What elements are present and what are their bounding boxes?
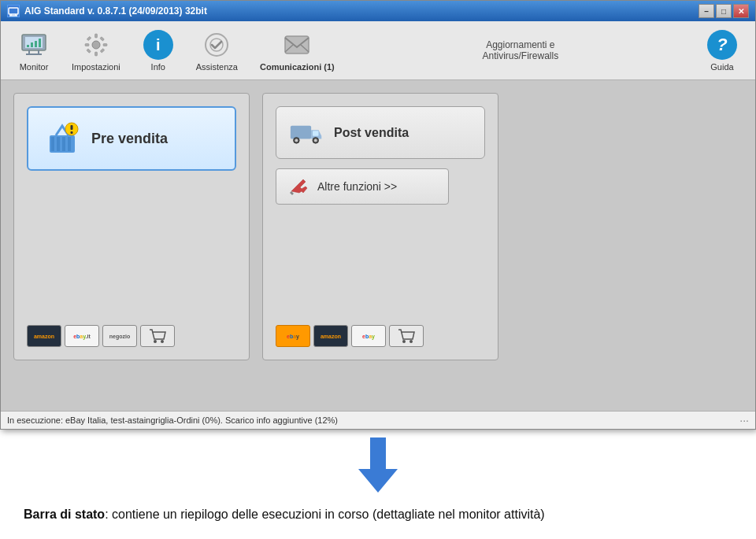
description-rest: : contiene un riepilogo delle esecuzioni… xyxy=(105,508,545,521)
svg-point-44 xyxy=(410,340,413,343)
right-panel-spacer xyxy=(276,214,485,316)
toolbar-monitor-label: Monitor xyxy=(20,62,49,72)
altre-funzioni-label: Altre funzioni >> xyxy=(317,180,397,193)
left-panel: Pre vendita amazon ebay.it negozio xyxy=(13,93,250,360)
svg-point-42 xyxy=(314,138,317,142)
pre-vendita-label: Pre vendita xyxy=(91,131,168,147)
title-bar-left: AIG Standard v. 0.8.7.1 (24/09/2013) 32b… xyxy=(7,5,207,17)
pre-vendita-icon xyxy=(43,119,82,158)
main-content: Pre vendita amazon ebay.it negozio xyxy=(1,80,755,411)
arrow-section xyxy=(0,430,756,493)
altre-funzioni-icon xyxy=(287,175,309,198)
maximize-button[interactable]: □ xyxy=(716,4,732,18)
down-arrow-icon xyxy=(354,437,402,493)
panels-row: Pre vendita amazon ebay.it negozio xyxy=(13,93,743,360)
marketplace-ebay-active[interactable]: ebay xyxy=(276,325,310,347)
marketplace-amazon1[interactable]: amazon xyxy=(27,325,61,347)
toolbar-info-label: Info xyxy=(151,62,165,72)
comm-icon xyxy=(281,29,313,61)
left-panel-marketplace-icons: amazon ebay.it negozio xyxy=(27,325,236,347)
toolbar-monitor[interactable]: Monitor xyxy=(9,26,59,75)
svg-rect-31 xyxy=(68,137,71,151)
svg-point-40 xyxy=(295,138,298,142)
main-window: AIG Standard v. 0.8.7.1 (24/09/2013) 32b… xyxy=(0,0,756,430)
toolbar-help[interactable]: ? Guida xyxy=(697,26,747,75)
svg-point-13 xyxy=(92,41,100,49)
app-icon xyxy=(7,5,20,17)
altre-funzioni-button[interactable]: Altre funzioni >> xyxy=(276,168,449,205)
toolbar-impostazioni-label: Impostazioni xyxy=(72,62,120,72)
minimize-button[interactable]: – xyxy=(699,4,714,18)
svg-rect-18 xyxy=(87,36,91,41)
svg-rect-24 xyxy=(285,36,309,54)
svg-rect-29 xyxy=(57,137,60,151)
svg-rect-33 xyxy=(71,125,73,130)
description-section: Barra di stato: contiene un riepilogo de… xyxy=(0,493,756,537)
toolbar-assistenza[interactable]: Assistenza xyxy=(187,26,247,75)
right-panel-marketplace-icons: ebay amazon ebay xyxy=(276,325,485,347)
toolbar-help-label: Guida xyxy=(710,62,733,72)
window-title: AIG Standard v. 0.8.7.1 (24/09/2013) 32b… xyxy=(24,6,207,17)
svg-rect-30 xyxy=(62,137,65,151)
status-text: In esecuzione: eBay Italia, test-astaing… xyxy=(7,415,338,425)
marketplace-amazon2[interactable]: amazon xyxy=(313,325,348,347)
toolbar-center-text: Aggiornamenti e Antivirus/Firewalls xyxy=(464,39,577,61)
svg-rect-38 xyxy=(313,131,319,136)
marketplace-generic[interactable]: negozio xyxy=(102,325,137,347)
toolbar: Monitor I xyxy=(1,21,755,80)
post-vendita-icon xyxy=(289,115,324,150)
svg-rect-28 xyxy=(51,137,54,151)
marketplace-ebay-red[interactable]: ebay xyxy=(351,325,386,347)
toolbar-comunicazioni-label: Comunicazioni (1) xyxy=(260,62,335,72)
post-vendita-label: Post vendita xyxy=(334,126,409,140)
svg-rect-20 xyxy=(87,49,91,54)
svg-rect-37 xyxy=(291,125,311,138)
toolbar-impostazioni[interactable]: Impostazioni xyxy=(62,26,130,75)
svg-point-36 xyxy=(161,340,164,343)
svg-rect-16 xyxy=(85,44,89,46)
pre-vendita-button[interactable]: Pre vendita xyxy=(27,106,236,171)
title-bar: AIG Standard v. 0.8.7.1 (24/09/2013) 32b… xyxy=(1,1,755,21)
marketplace-cart2[interactable] xyxy=(389,325,424,347)
svg-rect-21 xyxy=(100,48,105,53)
svg-marker-45 xyxy=(358,437,398,493)
svg-rect-10 xyxy=(31,42,33,47)
svg-rect-11 xyxy=(35,41,37,47)
toolbar-comunicazioni[interactable]: Comunicazioni (1) xyxy=(250,26,344,75)
status-bar: In esecuzione: eBay Italia, test-astaing… xyxy=(1,411,755,429)
svg-point-22 xyxy=(206,34,228,56)
svg-rect-0 xyxy=(9,8,18,14)
post-vendita-button[interactable]: Post vendita xyxy=(276,106,485,159)
svg-rect-9 xyxy=(27,45,29,47)
svg-point-35 xyxy=(154,340,157,343)
close-button[interactable]: ✕ xyxy=(733,4,749,18)
svg-rect-15 xyxy=(94,52,97,56)
svg-rect-14 xyxy=(94,34,97,38)
gear-icon xyxy=(80,29,112,61)
marketplace-cart1[interactable] xyxy=(140,325,175,347)
toolbar-info[interactable]: i Info xyxy=(133,26,183,75)
svg-rect-12 xyxy=(39,39,41,47)
svg-rect-17 xyxy=(103,44,107,46)
assist-icon xyxy=(201,29,232,61)
svg-point-43 xyxy=(402,340,406,343)
toolbar-assistenza-label: Assistenza xyxy=(196,62,238,72)
info-icon: i xyxy=(143,29,174,61)
title-bar-controls: – □ ✕ xyxy=(699,4,749,18)
help-icon: ? xyxy=(706,29,738,61)
svg-rect-34 xyxy=(71,131,73,134)
monitor-icon xyxy=(18,29,50,61)
status-dots: ··· xyxy=(739,414,749,426)
left-panel-spacer xyxy=(27,180,236,316)
marketplace-ebayit[interactable]: ebay.it xyxy=(65,325,99,347)
right-panel: Post vendita Altre funzioni >> xyxy=(262,93,498,360)
svg-rect-19 xyxy=(100,37,105,42)
description-bold: Barra di stato xyxy=(24,508,105,521)
